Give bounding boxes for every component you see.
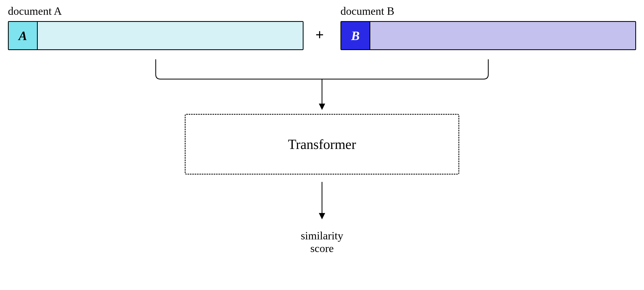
- output-label: similarity score: [280, 229, 364, 255]
- output-line2: score: [310, 242, 334, 254]
- output-line1: similarity: [301, 230, 343, 242]
